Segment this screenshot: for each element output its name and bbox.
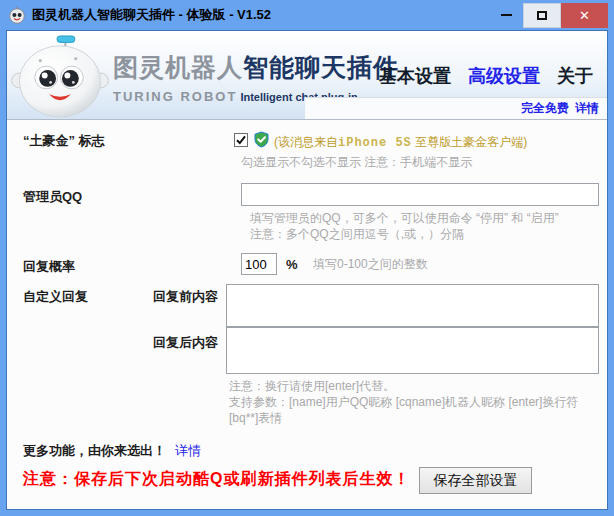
window-controls: ✕	[489, 0, 614, 30]
reply-before-textarea[interactable]	[226, 284, 599, 327]
logo-cn-gray: 图灵机器人	[113, 53, 243, 81]
checkmark-icon	[235, 134, 247, 146]
nav-advanced-settings[interactable]: 高级设置	[468, 64, 540, 88]
maximize-button[interactable]	[523, 3, 561, 28]
reply-rate-input[interactable]	[241, 253, 277, 275]
gold-flag-sample-text: (该消息来自iPhone 5S 至尊版土豪金客户端)	[274, 134, 527, 151]
close-icon: ✕	[579, 8, 590, 23]
reply-after-textarea[interactable]	[226, 327, 599, 374]
settings-form: “土豪金” 标志 (该消息来自iPhone 5S 至尊版土豪金客户端) 勾选显示…	[7, 120, 607, 509]
reply-rate-label: 回复概率	[23, 258, 75, 276]
minimize-button[interactable]	[489, 3, 523, 28]
minimize-icon	[501, 14, 512, 16]
gold-text-suffix: 至尊版土豪金客户端)	[412, 135, 527, 149]
shield-check-icon	[253, 131, 270, 148]
gold-flag-label: “土豪金” 标志	[23, 132, 105, 150]
header-nav: 基本设置 高级设置 关于	[379, 64, 593, 88]
more-features-text: 更多功能，由你来选出！	[23, 443, 166, 458]
custom-reply-hint-1: 注意：换行请使用[enter]代替。	[229, 378, 395, 395]
gold-text-device: iPhone 5S	[338, 136, 412, 150]
more-features-row: 更多功能，由你来选出！详情	[23, 442, 201, 460]
free-details-link[interactable]: 详情	[575, 100, 599, 117]
maximize-icon	[537, 11, 547, 20]
custom-reply-label: 自定义回复	[23, 288, 88, 306]
logo-cn-dark: 智能聊天插件	[243, 53, 399, 81]
nav-basic-settings[interactable]: 基本设置	[379, 64, 451, 88]
free-strip: 完全免费 详情	[305, 97, 607, 119]
admin-qq-hint-2: 注意：多个QQ之间用逗号（,或，）分隔	[250, 226, 464, 243]
reply-rate-hint: 填写0-100之间的整数	[313, 256, 428, 273]
reply-after-label: 回复后内容	[153, 334, 218, 352]
robot-logo-icon	[9, 33, 111, 118]
admin-qq-input[interactable]	[241, 183, 599, 206]
dialog-body: 图灵机器人智能聊天插件 TURING ROBOTIntelligent chat…	[6, 30, 608, 510]
gold-flag-hint: 勾选显示不勾选不显示 注意：手机端不显示	[241, 154, 472, 171]
logo-en: TURING ROBOT	[113, 89, 237, 104]
nav-about[interactable]: 关于	[557, 64, 593, 88]
close-button[interactable]: ✕	[561, 3, 608, 28]
admin-qq-hint-1: 填写管理员的QQ，可多个，可以使用命令 “停用” 和 “启用”	[250, 210, 559, 227]
gold-flag-checkbox[interactable]	[234, 133, 248, 147]
more-details-link[interactable]: 详情	[175, 443, 201, 458]
header: 图灵机器人智能聊天插件 TURING ROBOTIntelligent chat…	[7, 31, 607, 120]
robot-app-icon	[8, 6, 26, 24]
custom-reply-hint-3: [bq**]表情	[229, 410, 282, 427]
titlebar: 图灵机器人智能聊天插件 - 体验版 - V1.52 ✕	[0, 0, 614, 30]
window-title: 图灵机器人智能聊天插件 - 体验版 - V1.52	[32, 6, 271, 24]
admin-qq-label: 管理员QQ	[23, 188, 82, 206]
percent-sign: %	[286, 257, 298, 272]
app-window: 图灵机器人智能聊天插件 - 体验版 - V1.52 ✕	[0, 0, 614, 516]
custom-reply-hint-2: 支持参数：[name]用户QQ昵称 [cqname]机器人昵称 [enter]换…	[229, 394, 578, 411]
save-warning-text: 注意：保存后下次启动酷Q或刷新插件列表后生效！	[23, 469, 410, 490]
save-all-button[interactable]: 保存全部设置	[419, 467, 532, 494]
reply-before-label: 回复前内容	[153, 288, 218, 306]
free-label[interactable]: 完全免费	[521, 100, 569, 117]
gold-text-prefix: (该消息来自	[274, 135, 338, 149]
